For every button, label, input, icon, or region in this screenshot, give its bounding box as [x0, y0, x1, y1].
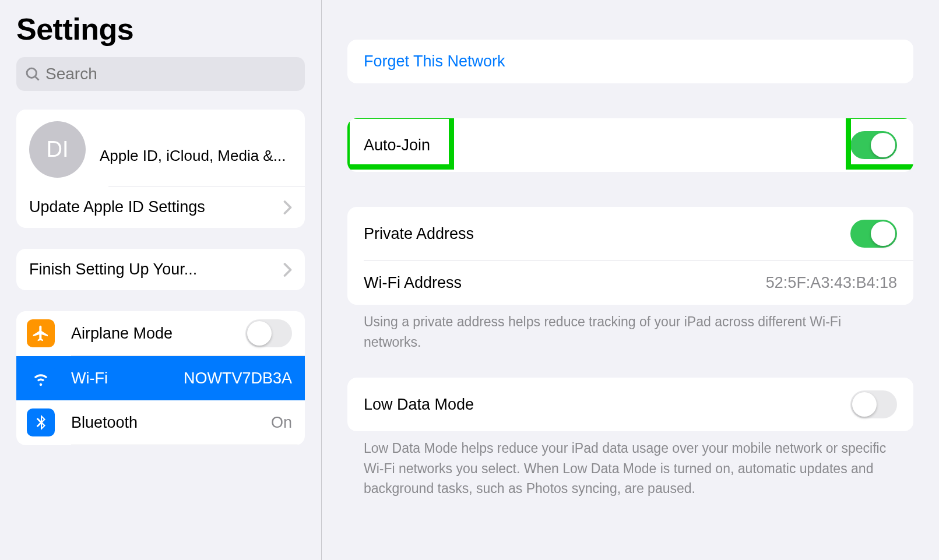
autojoin-toggle[interactable] — [850, 131, 897, 159]
private-address-toggle[interactable] — [850, 220, 897, 248]
svg-line-1 — [36, 77, 39, 80]
detail-pane: Forget This Network Auto-Join Private Ad… — [322, 0, 939, 560]
update-apple-id-label: Update Apple ID Settings — [29, 198, 205, 216]
finish-setup-label: Finish Setting Up Your... — [29, 260, 197, 279]
bluetooth-icon — [27, 408, 55, 436]
finish-setup-card: Finish Setting Up Your... — [16, 249, 305, 290]
lowdata-card: Low Data Mode — [347, 378, 913, 431]
apple-id-subtitle: Apple ID, iCloud, Media &... — [100, 134, 286, 165]
lowdata-label: Low Data Mode — [364, 396, 474, 414]
apple-id-row[interactable]: DI Apple ID, iCloud, Media &... — [16, 110, 305, 186]
bluetooth-value: On — [271, 414, 292, 432]
page-title: Settings — [0, 0, 321, 57]
private-address-note: Using a private address helps reduce tra… — [322, 305, 939, 352]
airplane-mode-row[interactable]: Airplane Mode — [16, 311, 305, 355]
private-address-label: Private Address — [364, 225, 474, 243]
forget-card: Forget This Network — [347, 40, 913, 83]
wifi-address-row: Wi-Fi Address 52:5F:A3:43:B4:18 — [347, 261, 913, 305]
apple-id-card: DI Apple ID, iCloud, Media &... Update A… — [16, 110, 305, 228]
update-apple-id-row[interactable]: Update Apple ID Settings — [16, 186, 305, 228]
bluetooth-label: Bluetooth — [71, 414, 138, 432]
private-address-row[interactable]: Private Address — [347, 207, 913, 260]
autojoin-label: Auto-Join — [364, 136, 430, 154]
private-address-card: Private Address Wi-Fi Address 52:5F:A3:4… — [347, 207, 913, 305]
wifi-row[interactable]: Wi-Fi NOWTV7DB3A — [16, 356, 305, 400]
wifi-address-label: Wi-Fi Address — [364, 274, 462, 292]
wifi-icon — [27, 364, 55, 392]
airplane-label: Airplane Mode — [71, 325, 173, 343]
bluetooth-row[interactable]: Bluetooth On — [16, 400, 305, 445]
autojoin-row[interactable]: Auto-Join — [347, 118, 913, 172]
search-input[interactable] — [45, 65, 297, 83]
forget-label: Forget This Network — [364, 52, 505, 71]
search-icon — [24, 66, 41, 82]
finish-setup-row[interactable]: Finish Setting Up Your... — [16, 249, 305, 290]
wifi-value: NOWTV7DB3A — [184, 369, 292, 388]
airplane-toggle[interactable] — [245, 319, 292, 347]
connectivity-card: Airplane Mode Wi-Fi NOWTV7DB3A Bluetooth… — [16, 311, 305, 445]
chevron-right-icon — [283, 262, 292, 277]
search-box[interactable] — [16, 57, 305, 91]
wifi-label: Wi-Fi — [71, 369, 108, 388]
lowdata-row[interactable]: Low Data Mode — [347, 378, 913, 431]
wifi-address-value: 52:5F:A3:43:B4:18 — [766, 274, 897, 292]
avatar: DI — [29, 121, 86, 178]
airplane-icon — [27, 319, 55, 347]
lowdata-note: Low Data Mode helps reduce your iPad dat… — [322, 431, 939, 499]
forget-network-button[interactable]: Forget This Network — [347, 40, 913, 83]
lowdata-toggle[interactable] — [850, 390, 897, 418]
chevron-right-icon — [283, 200, 292, 215]
autojoin-card: Auto-Join — [347, 118, 913, 172]
settings-sidebar: Settings DI Apple ID, iCloud, Media &...… — [0, 0, 322, 560]
svg-point-0 — [27, 68, 36, 78]
